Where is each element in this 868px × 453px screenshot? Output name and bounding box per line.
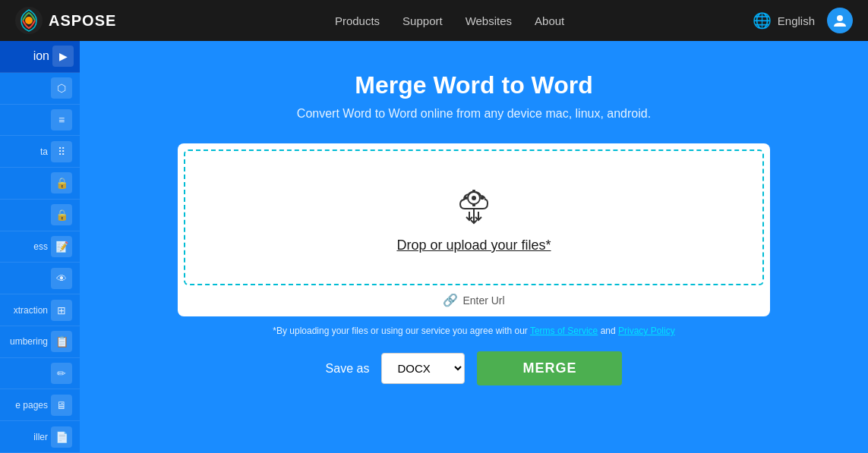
privacy-link[interactable]: Privacy Policy (618, 326, 675, 336)
nav-about[interactable]: About (535, 14, 564, 27)
language-label[interactable]: English (778, 14, 815, 27)
sidebar: ion ▶ ⬡ ≡ ta ⠿ 🔒 🔒 ess 📝 👁 xtraction ⊞ u… (0, 41, 80, 453)
svg-rect-6 (472, 203, 475, 206)
nav-links: Products Support Websites About (147, 14, 752, 27)
sidebar-label-9: umbering (5, 336, 51, 347)
action-row: Save as DOCX DOC PDF RTF MERGE (95, 351, 853, 385)
sidebar-item-10[interactable]: ✏ (0, 358, 80, 390)
sidebar-item-5[interactable]: 🔒 (0, 200, 80, 231)
svg-point-2 (837, 15, 843, 21)
sidebar-icon-7: 👁 (51, 268, 72, 289)
sidebar-icon-9: 📋 (51, 331, 72, 352)
sidebar-icon-2: ≡ (51, 109, 72, 131)
sidebar-item-6[interactable]: ess 📝 (0, 231, 80, 263)
and-text: and (601, 326, 618, 336)
upload-text[interactable]: Drop or upload your files* (200, 238, 747, 253)
sidebar-icon-11: 🖥 (51, 395, 72, 416)
link-icon: 🔗 (443, 293, 458, 307)
url-label[interactable]: Enter Url (462, 294, 504, 307)
upload-cloud-icon (450, 181, 498, 230)
main-content: Merge Word to Word Convert Word to Word … (80, 41, 868, 453)
sidebar-item-4[interactable]: 🔒 (0, 168, 80, 200)
disclaimer-text: *By uploading your files or using our se… (273, 326, 530, 336)
sidebar-icon-5: 🔒 (51, 204, 72, 225)
navbar: ASPOSE Products Support Websites About 🌐… (0, 0, 868, 41)
svg-point-1 (25, 17, 33, 24)
save-as-label: Save as (326, 362, 370, 376)
logo[interactable]: ASPOSE (15, 7, 116, 34)
globe-icon: 🌐 (753, 11, 772, 30)
nav-support[interactable]: Support (402, 14, 443, 27)
sidebar-item-7[interactable]: 👁 (0, 263, 80, 294)
user-avatar[interactable] (827, 8, 853, 33)
sidebar-item-3[interactable]: ta ⠿ (0, 136, 80, 168)
nav-products[interactable]: Products (335, 14, 380, 27)
sidebar-label-12: iller (5, 432, 51, 442)
user-icon (832, 13, 847, 28)
sidebar-label-0: ion (6, 49, 52, 63)
url-section[interactable]: 🔗 Enter Url (184, 285, 764, 310)
upload-zone[interactable]: Drop or upload your files* (184, 149, 764, 285)
aspose-logo-icon (15, 7, 43, 34)
sidebar-icon-1: ⬡ (51, 77, 72, 99)
sidebar-label-3: ta (5, 146, 51, 157)
disclaimer: *By uploading your files or using our se… (178, 326, 770, 336)
navbar-right: 🌐 English (753, 8, 853, 33)
svg-point-4 (472, 196, 476, 200)
sidebar-item-8[interactable]: xtraction ⊞ (0, 294, 80, 326)
sidebar-item-2[interactable]: ≡ (0, 105, 80, 137)
tos-link[interactable]: Terms of Service (530, 326, 598, 336)
sidebar-item-9[interactable]: umbering 📋 (0, 326, 80, 358)
sidebar-icon-3: ⠿ (51, 141, 72, 162)
merge-button[interactable]: MERGE (477, 351, 622, 385)
sidebar-item-12[interactable]: iller 📄 (0, 421, 80, 453)
sidebar-item-0[interactable]: ion ▶ (0, 41, 80, 73)
format-select[interactable]: DOCX DOC PDF RTF (381, 353, 465, 384)
nav-websites[interactable]: Websites (466, 14, 512, 27)
sidebar-icon-6: 📝 (51, 236, 72, 257)
page-subtitle: Convert Word to Word online from any dev… (95, 107, 853, 121)
sidebar-icon-0: ▶ (52, 46, 74, 67)
sidebar-item-1[interactable]: ⬡ (0, 73, 80, 105)
logo-text: ASPOSE (49, 12, 116, 30)
page-title: Merge Word to Word (95, 71, 853, 99)
sidebar-icon-8: ⊞ (51, 300, 72, 321)
sidebar-label-8: xtraction (5, 305, 51, 316)
sidebar-icon-12: 📄 (51, 426, 72, 448)
sidebar-label-11: e pages (5, 400, 51, 411)
sidebar-item-11[interactable]: e pages 🖥 (0, 389, 80, 421)
sidebar-icon-10: ✏ (51, 363, 72, 384)
upload-container: Drop or upload your files* 🔗 Enter Url (178, 143, 770, 316)
sidebar-icon-4: 🔒 (51, 172, 72, 193)
sidebar-label-6: ess (5, 241, 51, 252)
